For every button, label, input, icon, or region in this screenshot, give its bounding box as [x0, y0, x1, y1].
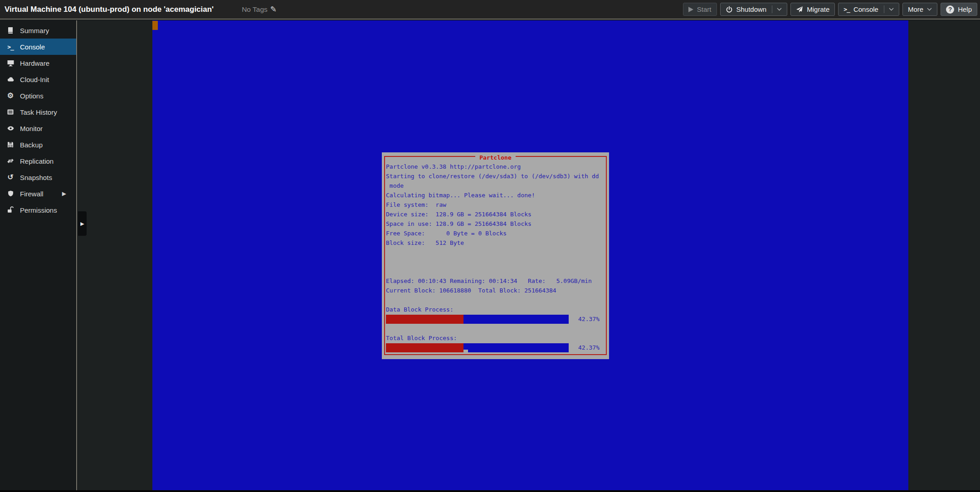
total-block-progress-bar: [386, 343, 569, 352]
list-icon: [6, 108, 15, 116]
unlock-icon: [6, 206, 15, 214]
content-area: ▶ Partclone Partclone v0.3.38 http://par…: [78, 20, 980, 490]
paper-plane-icon: [796, 6, 803, 13]
blank-lines: [386, 248, 605, 276]
sidebar-item-label: Console: [20, 43, 45, 51]
repeat-icon: [6, 157, 15, 165]
header-bar: Virtual Machine 104 (ubuntu-prod) on nod…: [0, 0, 980, 19]
eye-icon: [6, 125, 15, 132]
header-actions: Start Shutdown Migrate >: [683, 3, 978, 16]
sidebar-item-permissions[interactable]: Permissions: [0, 202, 76, 218]
migrate-button[interactable]: Migrate: [790, 3, 835, 16]
sidebar-item-label: Task History: [20, 108, 57, 116]
data-block-process-label: Data Block Process:: [386, 305, 605, 314]
page-title: Virtual Machine 104 (ubuntu-prod) on nod…: [5, 5, 214, 14]
chevron-down-icon: [927, 8, 932, 11]
sidebar-item-label: Permissions: [20, 206, 57, 214]
cloud-icon: [6, 76, 15, 83]
sidebar-item-label: Summary: [20, 27, 49, 34]
progress-cursor-block: [463, 350, 468, 352]
partclone-dialog-title: Partclone: [382, 153, 609, 162]
total-block-progress-fill: [386, 343, 463, 352]
sidebar-item-label: Firewall: [20, 190, 44, 198]
partclone-text-line: Calculating bitmap... Please wait... don…: [386, 190, 605, 200]
partclone-text-line: Block size: 512 Byte: [386, 238, 605, 248]
sidebar-item-console[interactable]: >_ Console: [0, 39, 76, 55]
data-block-progress-bar: [386, 315, 569, 324]
tags-area: No Tags ✎: [242, 5, 277, 14]
data-block-progress-row: 42.37%: [386, 314, 605, 324]
more-button[interactable]: More: [902, 3, 937, 16]
chevron-down-icon[interactable]: [777, 8, 782, 11]
sidebar-item-monitor[interactable]: Monitor: [0, 120, 76, 136]
button-divider: [772, 5, 772, 13]
sidebar-item-label: Replication: [20, 157, 54, 165]
help-button-label: Help: [958, 5, 972, 13]
gear-icon: ⚙: [6, 92, 15, 99]
history-icon: ↺: [6, 174, 15, 181]
sidebar-item-hardware[interactable]: Hardware: [0, 55, 76, 71]
blank-line: [386, 324, 605, 333]
sidebar-item-backup[interactable]: Backup: [0, 136, 76, 153]
tags-label: No Tags: [242, 5, 268, 14]
partclone-text-line: mode: [386, 181, 605, 190]
proxmox-vm-view: Virtual Machine 104 (ubuntu-prod) on nod…: [0, 0, 980, 492]
shutdown-button-label: Shutdown: [736, 5, 767, 13]
sidebar-item-label: Snapshots: [20, 174, 52, 181]
shield-icon: [6, 190, 15, 197]
total-block-process-label: Total Block Process:: [386, 333, 605, 343]
partclone-current-block-line: Current Block: 106618880 Total Block: 25…: [386, 286, 605, 295]
help-button[interactable]: ? Help: [941, 3, 977, 16]
more-button-label: More: [908, 5, 923, 13]
sidebar-item-label: Options: [20, 92, 44, 100]
start-button[interactable]: Start: [683, 3, 717, 16]
partclone-text-line: File system: raw: [386, 200, 605, 209]
console-button[interactable]: >_ Console: [838, 3, 899, 16]
migrate-button-label: Migrate: [807, 5, 829, 13]
data-block-progress-fill: [386, 315, 463, 324]
terminal-icon: >_: [6, 44, 15, 50]
book-icon: [6, 27, 15, 34]
power-icon: [726, 6, 733, 13]
sidebar-item-snapshots[interactable]: ↺ Snapshots: [0, 169, 76, 185]
question-circle-icon: ?: [946, 5, 954, 14]
total-block-percent: 42.37%: [569, 344, 605, 351]
partclone-dialog-body: Partclone v0.3.38 http://partclone.org S…: [386, 162, 605, 352]
chevron-down-icon[interactable]: [889, 8, 894, 11]
edit-tags-pencil-icon[interactable]: ✎: [270, 5, 277, 13]
sidebar-nav: Summary >_ Console Hardware Cloud-Init ⚙…: [0, 20, 77, 490]
data-block-percent: 42.37%: [569, 316, 605, 322]
shutdown-button[interactable]: Shutdown: [720, 3, 788, 16]
partclone-text-line: Device size: 128.9 GB = 251664384 Blocks: [386, 209, 605, 219]
partclone-text-line: Starting to clone/restore (/dev/sda3) to…: [386, 171, 605, 181]
sidebar-item-label: Backup: [20, 141, 43, 149]
partclone-text-line: Free Space: 0 Byte = 0 Blocks: [386, 229, 605, 238]
bottom-edge: [0, 490, 980, 492]
sidebar-item-firewall[interactable]: Firewall ▶: [0, 185, 76, 202]
partclone-text-line: Space in use: 128.9 GB = 251664384 Block…: [386, 219, 605, 229]
console-button-label: Console: [853, 5, 878, 13]
partclone-text-line: Partclone v0.3.38 http://partclone.org: [386, 162, 605, 171]
sidebar-item-label: Monitor: [20, 125, 43, 132]
partclone-elapsed-line: Elapsed: 00:10:43 Remaining: 00:14:34 Ra…: [386, 276, 605, 286]
blank-line: [386, 295, 605, 305]
terminal-cursor-block: [152, 21, 158, 30]
vnc-console-screen[interactable]: Partclone Partclone v0.3.38 http://partc…: [152, 20, 908, 491]
desktop-icon: [6, 59, 15, 67]
sidebar-item-task-history[interactable]: Task History: [0, 104, 76, 120]
play-icon: [688, 7, 693, 12]
start-button-label: Start: [697, 5, 712, 13]
sidebar-expander-button[interactable]: ▶: [78, 211, 87, 236]
total-block-progress-row: 42.37%: [386, 343, 605, 352]
partclone-dialog: Partclone Partclone v0.3.38 http://partc…: [382, 152, 609, 359]
floppy-icon: [6, 141, 15, 148]
sidebar-item-cloud-init[interactable]: Cloud-Init: [0, 71, 76, 88]
sidebar-item-label: Hardware: [20, 59, 49, 67]
sidebar-item-replication[interactable]: Replication: [0, 153, 76, 169]
sidebar-item-summary[interactable]: Summary: [0, 22, 76, 39]
submenu-caret-icon: ▶: [62, 190, 66, 197]
sidebar-item-options[interactable]: ⚙ Options: [0, 88, 76, 104]
sidebar-item-label: Cloud-Init: [20, 76, 49, 83]
terminal-icon: >_: [843, 6, 850, 13]
button-divider: [884, 5, 884, 13]
